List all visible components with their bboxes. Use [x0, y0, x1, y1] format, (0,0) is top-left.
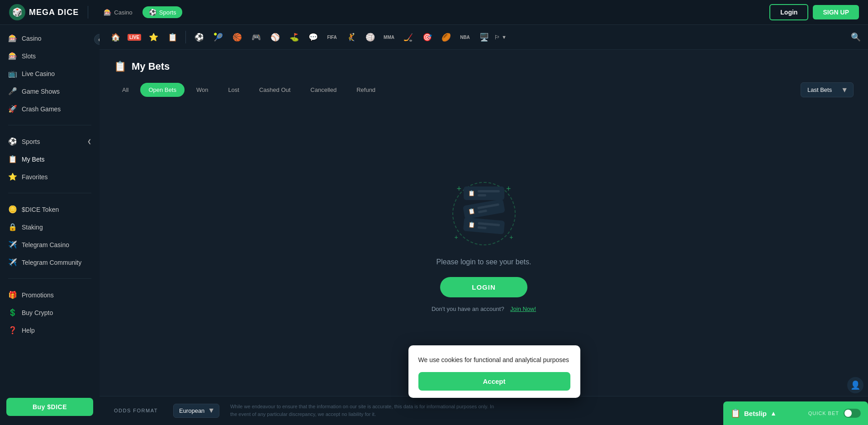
sport-nav-more-icon: ▼: [502, 34, 507, 40]
sport-nav-esports[interactable]: 🎮: [247, 29, 265, 46]
ticket-line-2a: [477, 203, 499, 209]
nav-pill-casino[interactable]: 🎰 Casino: [97, 6, 138, 18]
tab-won[interactable]: Won: [188, 83, 217, 97]
sport-nav-more[interactable]: 🏳 ▼: [494, 34, 507, 41]
login-button[interactable]: Login: [769, 4, 808, 20]
promotions-icon: 🎁: [8, 291, 17, 299]
sport-nav-soccer[interactable]: ⚽: [190, 29, 208, 46]
sidebar-label-casino: Casino: [22, 35, 42, 42]
sidebar-item-help[interactable]: ❓ Help: [0, 321, 100, 339]
telegram-community-icon: ✈️: [8, 258, 17, 267]
sidebar-label-my-bets: My Bets: [22, 156, 45, 163]
buy-sdice-button[interactable]: Buy $DICE: [6, 398, 93, 416]
favorites-icon: ⭐: [8, 172, 17, 181]
odds-select-container: European American Decimal Fractional ▼: [169, 404, 219, 418]
my-bets-page: 📋 My Bets All Open Bets Won Lost Cashed …: [100, 50, 868, 396]
sidebar: ❮ 🎰 Casino 🎰 Slots 📺 Live Casino 🎤 Game …: [0, 25, 100, 425]
sidebar-item-favorites[interactable]: ⭐ Favorites: [0, 168, 100, 186]
betslip-icon: 📋: [730, 408, 740, 418]
nav-pill-sports[interactable]: ⚽ Sports: [142, 6, 183, 18]
tab-cashed-out[interactable]: Cashed Out: [251, 83, 299, 97]
no-account-row: Don't you have an account? Join Now!: [432, 305, 536, 313]
sport-nav-rugby[interactable]: 🏉: [437, 29, 455, 46]
sport-nav-favorites[interactable]: ⭐: [145, 29, 162, 46]
odds-format-label: ODDS FORMAT: [114, 408, 158, 413]
tab-lost[interactable]: Lost: [220, 83, 247, 97]
sidebar-label-crash-games: Crash Games: [22, 105, 61, 113]
sport-nav-nba[interactable]: NBA: [456, 29, 474, 46]
sidebar-item-slots[interactable]: 🎰 Slots: [0, 47, 100, 65]
sport-nav-chat[interactable]: 💬: [304, 29, 322, 46]
sport-nav-golf[interactable]: ⛳: [285, 29, 303, 46]
tab-all[interactable]: All: [114, 83, 137, 97]
sports-chevron-icon: ❮: [87, 138, 91, 144]
sidebar-item-live-casino[interactable]: 📺 Live Casino: [0, 65, 100, 82]
betslip-left: 📋 Betslip ▲: [730, 408, 777, 418]
sidebar-label-live-casino: Live Casino: [22, 70, 55, 77]
quick-bet-label: QUICK BET: [808, 411, 839, 416]
bets-filter-select[interactable]: Last Bets Today This Week This Month: [801, 82, 854, 97]
odds-format-select[interactable]: European American Decimal Fractional: [173, 404, 219, 418]
sidebar-item-telegram-community[interactable]: ✈️ Telegram Community: [0, 253, 100, 271]
sports-icon: ⚽: [8, 137, 17, 146]
nav-left: 🎲 MEGA DICE 🎰 Casino ⚽ Sports: [9, 4, 182, 20]
sidebar-item-crash-games[interactable]: 🚀 Crash Games: [0, 100, 100, 118]
signup-button[interactable]: SIGN UP: [813, 5, 859, 19]
sport-nav-esports2[interactable]: 🖥️: [475, 29, 493, 46]
sidebar-label-promotions: Promotions: [22, 291, 54, 299]
sport-nav-darts[interactable]: 🎯: [418, 29, 436, 46]
nav-pills: 🎰 Casino ⚽ Sports: [97, 6, 182, 18]
betslip-bar[interactable]: 📋 Betslip ▲ QUICK BET: [723, 401, 868, 425]
sidebar-label-favorites: Favorites: [22, 173, 48, 181]
sidebar-item-dice-token[interactable]: 🪙 $DICE Token: [0, 201, 100, 218]
sport-nav-search-button[interactable]: 🔍: [851, 32, 861, 42]
deco-plus-3: +: [455, 234, 458, 241]
sport-nav-live[interactable]: LIVE: [126, 29, 143, 46]
sidebar-item-my-bets[interactable]: 📋 My Bets: [0, 150, 100, 168]
sidebar-item-casino[interactable]: 🎰 Casino: [0, 29, 100, 47]
staking-icon: 🔒: [8, 223, 17, 231]
sidebar-item-promotions[interactable]: 🎁 Promotions: [0, 286, 100, 304]
logo[interactable]: 🎲 MEGA DICE: [9, 4, 79, 20]
sport-nav-handball[interactable]: 🤾: [342, 29, 360, 46]
sport-nav-betslip[interactable]: 📋: [164, 29, 181, 46]
sidebar-label-telegram-community: Telegram Community: [22, 259, 81, 266]
empty-login-button[interactable]: LOGIN: [440, 277, 527, 297]
sport-nav-basketball[interactable]: 🏀: [228, 29, 246, 46]
nav-right: Login SIGN UP: [769, 4, 859, 20]
user-icon-button[interactable]: 👤: [847, 377, 863, 393]
ticket-2-icon: 📋: [468, 208, 475, 215]
cookie-accept-button[interactable]: Accept: [418, 372, 570, 391]
sport-nav-home[interactable]: 🏠: [107, 29, 124, 46]
sport-nav-hockey[interactable]: 🏒: [399, 29, 417, 46]
sidebar-bottom: Buy $DICE: [0, 391, 100, 416]
quick-bet-toggle[interactable]: [844, 409, 861, 418]
live-casino-icon: 📺: [8, 69, 17, 78]
sport-nav-volleyball[interactable]: 🏐: [361, 29, 379, 46]
sidebar-item-game-shows[interactable]: 🎤 Game Shows: [0, 82, 100, 100]
buy-crypto-icon: 💲: [8, 308, 17, 317]
deco-plus-2: +: [506, 184, 511, 194]
sidebar-item-sports[interactable]: ⚽ Sports ❮: [0, 133, 100, 150]
ticket-line-1a: [478, 190, 500, 192]
deco-plus-1: +: [457, 184, 462, 194]
sport-nav-tennis[interactable]: 🎾: [209, 29, 227, 46]
ticket-3-icon: 📋: [468, 221, 475, 228]
sport-nav-mma[interactable]: MMA: [380, 29, 398, 46]
sidebar-item-staking[interactable]: 🔒 Staking: [0, 218, 100, 236]
footer-disclaimer: While we endeavour to ensure that the in…: [230, 403, 502, 419]
tab-cancelled[interactable]: Cancelled: [302, 83, 345, 97]
tab-open-bets[interactable]: Open Bets: [140, 83, 184, 97]
my-bets-page-icon: 📋: [114, 61, 126, 72]
sidebar-item-buy-crypto[interactable]: 💲 Buy Crypto: [0, 304, 100, 321]
join-now-link[interactable]: Join Now!: [510, 306, 536, 312]
sport-nav-fifa[interactable]: FIFA: [323, 29, 341, 46]
ticket-line-3b: [477, 226, 486, 229]
sidebar-item-telegram-casino[interactable]: ✈️ Telegram Casino: [0, 236, 100, 253]
cookie-banner: We use cookies for functional and analyt…: [408, 345, 580, 398]
sidebar-label-staking: Staking: [22, 224, 43, 231]
sports-nav-label: Sports: [159, 9, 176, 16]
sport-nav-baseball[interactable]: ⚾: [266, 29, 284, 46]
logo-text: MEGA DICE: [29, 8, 79, 17]
tab-refund[interactable]: Refund: [348, 83, 384, 97]
